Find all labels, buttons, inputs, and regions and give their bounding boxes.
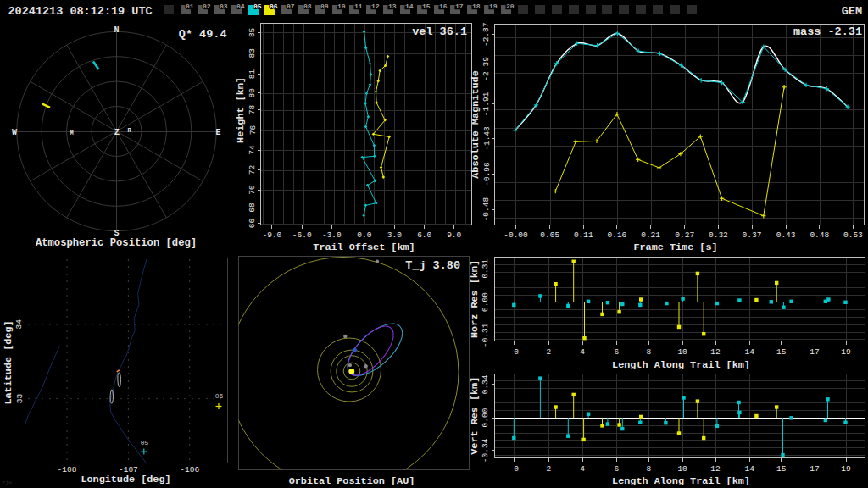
svg-text:Horz Res [km]: Horz Res [km] [469, 260, 481, 338]
svg-text:0.32: 0.32 [709, 230, 728, 240]
svg-text:80: 80 [248, 88, 258, 98]
svg-text:76: 76 [248, 125, 258, 136]
svg-text:10: 10 [337, 3, 346, 10]
svg-text:17: 17 [810, 347, 819, 357]
svg-text:Trail Offset [km]: Trail Offset [km] [313, 241, 415, 253]
svg-text:07: 07 [287, 3, 295, 10]
svg-text:8: 8 [646, 347, 651, 357]
svg-text:83: 83 [248, 48, 258, 58]
svg-text:-6.0: -6.0 [292, 230, 312, 240]
svg-text:74: 74 [248, 145, 258, 155]
svg-text:17: 17 [455, 3, 464, 10]
svg-text:0.0: 0.0 [357, 230, 371, 240]
svg-text:85: 85 [248, 27, 258, 37]
svg-text:2: 2 [547, 347, 552, 357]
svg-text:8: 8 [646, 464, 651, 474]
svg-text:18: 18 [472, 3, 481, 10]
svg-text:-0.34: -0.34 [481, 438, 490, 463]
svg-text:-0.96: -0.96 [482, 162, 492, 186]
svg-text:Length Along Trail [km]: Length Along Trail [km] [612, 359, 750, 371]
svg-text:0.27: 0.27 [675, 230, 694, 240]
svg-text:-9.0: -9.0 [262, 230, 281, 240]
svg-text:15: 15 [776, 464, 787, 474]
svg-text:0.16: 0.16 [607, 230, 626, 240]
svg-text:T_j 3.80: T_j 3.80 [405, 259, 460, 272]
svg-text:15: 15 [422, 3, 431, 10]
svg-text:16: 16 [439, 3, 448, 10]
svg-text:81: 81 [248, 69, 258, 80]
svg-text:15: 15 [776, 347, 787, 357]
svg-text:0.21: 0.21 [641, 230, 660, 240]
svg-text:-2.87: -2.87 [482, 23, 492, 47]
svg-text:Latitude [deg]: Latitude [deg] [3, 320, 14, 404]
svg-text:0.00: 0.00 [481, 292, 490, 312]
svg-text:06: 06 [270, 3, 278, 10]
svg-text:4: 4 [580, 464, 585, 474]
svg-text:Vert Res [km]: Vert Res [km] [469, 377, 481, 455]
svg-text:14: 14 [405, 3, 414, 10]
svg-text:06: 06 [215, 392, 224, 400]
svg-text:20241213 08:12:19 UTC: 20241213 08:12:19 UTC [8, 5, 153, 18]
svg-text:12: 12 [710, 347, 721, 357]
svg-text:0.43: 0.43 [776, 230, 796, 240]
svg-text:2: 2 [547, 464, 552, 474]
svg-text:-0.00: -0.00 [504, 230, 528, 240]
svg-text:33: 33 [15, 394, 25, 404]
svg-text:04: 04 [236, 3, 245, 10]
svg-text:Q* 49.4: Q* 49.4 [179, 28, 227, 41]
svg-text:Atmospheric Position [deg]: Atmospheric Position [deg] [36, 237, 197, 249]
svg-text:GEM: GEM [842, 5, 862, 18]
svg-text:-3.0: -3.0 [322, 230, 342, 240]
svg-text:05: 05 [253, 3, 262, 10]
svg-text:0.48: 0.48 [810, 230, 829, 240]
svg-text:-0: -0 [509, 347, 520, 357]
svg-text:E: E [215, 128, 220, 137]
svg-text:03: 03 [220, 3, 228, 10]
svg-text:12: 12 [371, 3, 380, 10]
svg-text:13: 13 [388, 3, 397, 10]
svg-text:12: 12 [710, 464, 721, 474]
svg-text:N: N [114, 25, 119, 35]
svg-text:14: 14 [744, 347, 754, 357]
svg-text:-2.39: -2.39 [482, 57, 492, 81]
svg-text:05: 05 [141, 439, 149, 446]
svg-text:-1.43: -1.43 [482, 126, 492, 151]
svg-text:10: 10 [677, 347, 687, 357]
svg-text:11: 11 [354, 3, 363, 10]
svg-text:17: 17 [810, 464, 819, 474]
svg-text:19: 19 [841, 464, 851, 474]
svg-text:02: 02 [203, 3, 211, 10]
svg-text:W: W [12, 128, 17, 137]
svg-text:mass -2.31: mass -2.31 [793, 25, 862, 38]
svg-text:19: 19 [489, 3, 498, 10]
svg-text:0.31: 0.31 [481, 259, 490, 279]
svg-text:0.11: 0.11 [574, 230, 593, 240]
svg-text:rjw: rjw [3, 480, 12, 485]
svg-text:-0.31: -0.31 [481, 323, 490, 347]
svg-text:14: 14 [744, 464, 754, 474]
svg-text:0.34: 0.34 [481, 374, 490, 394]
svg-text:3.0: 3.0 [387, 230, 402, 240]
svg-text:Longitude [deg]: Longitude [deg] [81, 474, 170, 485]
svg-text:-1.91: -1.91 [482, 92, 492, 116]
svg-text:08: 08 [303, 3, 312, 10]
svg-text:Z: Z [114, 127, 120, 137]
svg-text:01: 01 [186, 3, 194, 10]
svg-text:19: 19 [841, 347, 851, 357]
svg-text:-106: -106 [180, 465, 199, 474]
svg-text:Height [km]: Height [km] [235, 77, 247, 143]
svg-text:6.0: 6.0 [417, 230, 431, 240]
svg-text:0.00: 0.00 [481, 408, 490, 427]
svg-text:-108: -108 [58, 465, 77, 474]
svg-text:vel 36.1: vel 36.1 [412, 25, 467, 38]
svg-text:6: 6 [615, 347, 620, 357]
svg-text:Length Along Trail [km]: Length Along Trail [km] [612, 475, 750, 487]
svg-text:66: 66 [248, 219, 258, 229]
svg-text:Frame Time [s]: Frame Time [s] [633, 241, 717, 253]
svg-text:6: 6 [615, 464, 620, 474]
svg-text:78: 78 [248, 105, 258, 115]
svg-text:72: 72 [248, 165, 258, 175]
svg-text:Absolute Magnitude: Absolute Magnitude [470, 70, 481, 178]
svg-text:0.37: 0.37 [743, 230, 762, 240]
svg-text:10: 10 [677, 464, 687, 474]
